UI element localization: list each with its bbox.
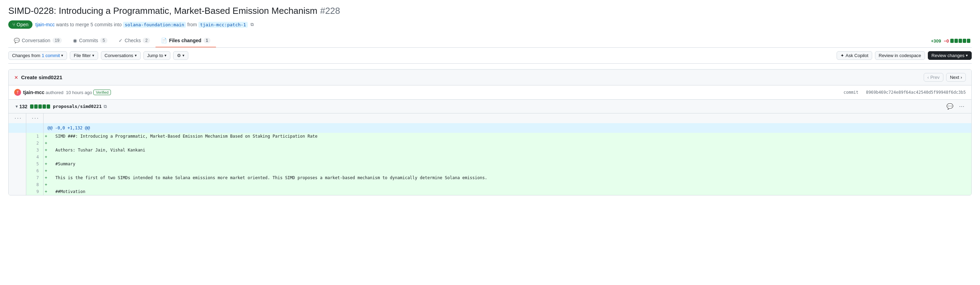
table-row: 4 + [9,154,971,160]
open-badge: ⑂ Open [8,21,32,29]
jump-to-button[interactable]: Jump to ▾ [143,51,170,60]
new-line-num: 6 [26,167,43,175]
files-icon: 📄 [161,38,167,43]
hunk-old-num [9,123,26,133]
tab-checks[interactable]: ✓ Checks 2 [113,34,156,47]
file-stat-blocks [30,104,50,109]
new-line-num: 9 [26,188,43,195]
next-button[interactable]: Next › [946,73,966,82]
changes-from-button[interactable]: Changes from 1 commit ▾ [8,51,67,60]
pr-title-number: #228 [320,6,340,16]
old-line-num [9,140,26,147]
new-line-num: 2 [26,140,43,147]
table-row: 5 + #Summary [9,160,971,167]
commit-title: Create simd0221 [21,74,62,80]
file-block-3 [38,104,42,109]
diff-block-5 [967,39,970,43]
file-path: proposals/simd0221 [53,104,102,109]
diff-block-chart [950,39,970,43]
file-filter-button[interactable]: File filter ▾ [70,51,98,60]
commit-author-link[interactable]: tjain-mcc [23,90,44,95]
commit-nav-actions: ‹ Prev Next › [924,73,966,82]
jump-to-label: Jump to [147,53,163,58]
commits-icon: ◉ [73,38,77,43]
avatar: T [14,89,21,96]
line-content [50,167,971,175]
review-changes-button[interactable]: Review changes ▾ [928,51,972,60]
base-branch: solana-foundation:main [123,22,186,28]
conversations-label: Conversations [105,53,134,58]
head-branch-link[interactable]: tjain-mcc:patch-1 [198,22,248,27]
diff-table: ··· ··· @@ -0,0 +1,132 @@ 1 + SIMD ###: … [9,114,971,195]
table-row: 2 + [9,140,971,147]
table-row: 9 + ##Motivation [9,188,971,195]
tab-conversation[interactable]: 💬 Conversation 19 [8,34,67,47]
tab-conversation-label: Conversation [22,38,51,43]
review-changes-label: Review changes [932,53,964,58]
new-line-num: 1 [26,133,43,140]
commit-hash-label: commit [843,90,858,95]
dots-content [43,114,971,123]
line-content: #Summary [50,160,971,167]
comment-icon-button[interactable]: 💬 [945,102,955,110]
commits-count: 5 [91,22,93,27]
settings-button[interactable]: ⚙ ▾ [173,51,188,60]
conversation-icon: 💬 [14,38,20,43]
line-content: ##Motivation [50,188,971,195]
ask-copilot-button[interactable]: ✦ Ask Copilot [837,51,872,60]
base-branch-link[interactable]: solana-foundation:main [123,22,187,27]
tab-commits-label: Commits [79,38,98,43]
commit-action: authored [46,90,63,95]
file-block-2 [34,104,38,109]
line-content [50,154,971,160]
dots-old-num: ··· [9,114,26,123]
old-line-num [9,147,26,154]
checks-icon: ✓ [119,38,123,43]
old-line-num [9,167,26,175]
tab-files-changed[interactable]: 📄 Files changed 1 [156,34,216,47]
tab-checks-label: Checks [125,38,141,43]
line-content [50,140,971,147]
author-link[interactable]: tjain-mcc [35,22,55,27]
more-options-button[interactable]: ⋯ [958,102,966,110]
collapse-button[interactable]: ▾ [14,103,19,110]
commit-link[interactable]: 1 commit [42,53,60,58]
review-in-codespace-button[interactable]: Review in codespace [875,51,925,60]
table-row: 1 + SIMD ###: Introducing a Programmatic… [9,133,971,140]
settings-icon: ⚙ [177,53,181,58]
new-line-num: 3 [26,147,43,154]
line-content: Authors: Tushar Jain, Vishal Kankani [50,147,971,154]
conversations-chevron: ▾ [135,53,137,58]
commit-author-name: tjain-mcc [23,90,44,95]
line-sign: + [43,181,50,188]
pr-action-text: wants to merge [56,22,91,27]
copy-branch-icon[interactable]: ⧉ [251,22,254,27]
commit-hash-value: 8969b469c724e89f64ac42540d5f99948f6dc3b5 [866,90,966,95]
conversation-count: 19 [52,38,62,43]
pr-title: SIMD-0228: Introducing a Programmatic, M… [8,6,972,16]
commit-meta-text: authored 10 hours ago [44,90,92,95]
diff-dots-row: ··· ··· [9,114,971,123]
line-sign: + [43,167,50,175]
lines-changed-number: 132 [19,104,27,109]
tab-commits[interactable]: ◉ Commits 5 [67,34,113,47]
file-block-1 [30,104,33,109]
new-line-num: 4 [26,154,43,160]
diff-block-1 [950,39,954,43]
commit-header: ✕ Create simd0221 ‹ Prev Next › [9,69,971,85]
line-content [50,181,971,188]
files-count: 1 [204,38,211,43]
diff-block-4 [963,39,966,43]
copy-path-button[interactable]: ⧉ [103,104,107,109]
copilot-icon: ✦ [840,53,844,58]
commit-meta-row: T tjain-mcc authored 10 hours ago Verifi… [9,85,971,99]
prev-button[interactable]: ‹ Prev [924,73,943,82]
review-changes-chevron: ▾ [966,53,968,58]
old-line-num [9,181,26,188]
close-icon[interactable]: ✕ [14,75,18,80]
file-diff-actions: 💬 ⋯ [945,102,966,110]
commit-hash: commit 8969b469c724e89f64ac42540d5f99948… [843,90,966,95]
line-sign: + [43,188,50,195]
conversations-button[interactable]: Conversations ▾ [101,51,141,60]
from-text: from [187,22,198,27]
